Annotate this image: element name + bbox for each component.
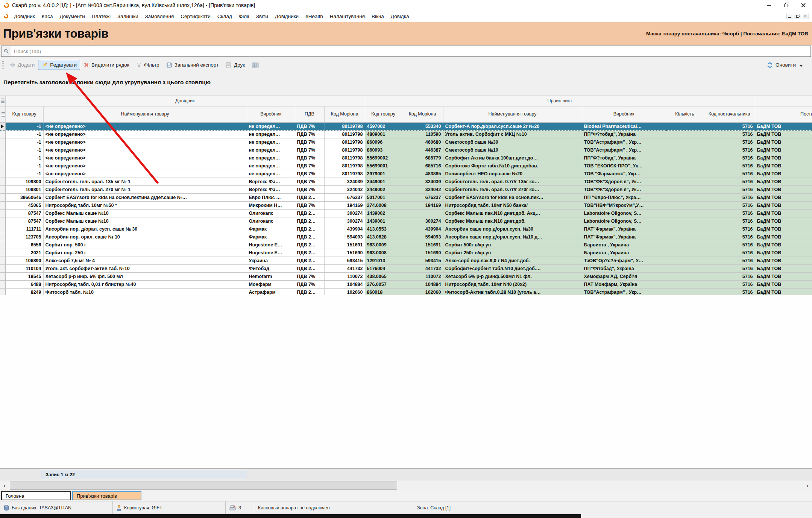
table-cell: 110590 [402,130,443,138]
table-row[interactable]: 111711Апсорбин пор. д/орал. сусп. саше №… [0,225,812,233]
table-row[interactable]: 106890Алко-сорб 7,5 мг № 4УкраинаПДВ 2…5… [0,257,812,264]
table-cell: 110104 [5,264,43,272]
menu-item[interactable]: Каса [38,13,56,20]
menu-item[interactable]: eHealth [302,13,326,20]
menu-item[interactable]: Сертифікати [177,13,214,20]
column-header[interactable]: Постачальник [755,106,812,122]
table-cell: 438.0065 [365,272,402,280]
mdi-close-button[interactable] [802,13,809,19]
table-cell: ПП"Фітобад", Україна [582,264,666,272]
tab-pryviazky-tovariv[interactable]: Прив'язки товарів [72,491,141,500]
table-row[interactable]: 39660646Сорбент EASYsorb for kids на осн… [0,193,812,201]
taskbar-strip [0,514,581,518]
menu-item[interactable]: Довідник [11,13,38,20]
column-header[interactable]: ПДВ [295,106,324,122]
table-cell: 5017001 [365,193,402,201]
table-row[interactable]: -1<не определено>не определ…ПДВ 7%801197… [0,122,812,130]
column-group-header[interactable]: Довідник [5,96,365,106]
columns-button[interactable] [248,61,262,70]
table-cell: 276.0057 [365,280,402,288]
table-cell [666,288,704,295]
menu-item[interactable]: Довідка [387,13,413,20]
column-header[interactable]: Найменування товару [443,106,582,122]
column-header[interactable]: Виробник [582,106,666,122]
table-row[interactable]: -1<не определено>не определ…ПДВ 7%801197… [0,170,812,178]
table-cell: ПДВ 2… [295,225,324,233]
refresh-button[interactable]: Оновити [763,60,806,70]
menu-item[interactable]: Вікна [368,13,387,20]
table-cell: 2979001 [365,170,402,178]
horizontal-scrollbar[interactable]: ‹ › [0,480,812,491]
menu-item[interactable]: Довідники [272,13,302,20]
table-row[interactable]: 123705Апсорбин пор. орал. саше № 10Фарма… [0,233,812,241]
table-cell [666,122,704,130]
table-row[interactable]: 6556Сорбит пор. 500 гHugestone E…ПДВ 2…1… [0,241,812,249]
menu-item[interactable]: Налаштування [326,13,368,20]
table-row[interactable]: 87547Сорбекс Малыш саше №10ОлигокапсПДВ … [0,209,812,217]
column-header[interactable]: Код Моріона [402,106,443,122]
export-button[interactable]: Загальний експорт [163,60,222,70]
table-cell: Апсорбин саше пор.д/орал.сусп. №10 д… [443,233,582,241]
restore-button[interactable] [777,0,795,11]
search-input[interactable] [11,46,810,56]
table-cell: 8249 [5,288,43,295]
menu-item[interactable]: Склад [214,13,235,20]
column-header[interactable]: Найменування товару [43,106,247,122]
table-cell [666,209,704,217]
column-header[interactable]: Виробник [247,106,295,122]
close-button[interactable] [795,0,812,11]
table-row[interactable]: 110104Уголь акт. сорбофит-актив таб. №10… [0,264,812,272]
scrollbar-thumb[interactable] [10,482,397,490]
table-row[interactable]: -1<не определено>не определ…ПДВ 7%801197… [0,154,812,162]
table-cell: 274.0008 [365,201,402,209]
table-row[interactable]: -1<не определено>не определ…ПДВ 7%801197… [0,130,812,138]
column-header[interactable]: Кількість [666,106,704,122]
menu-item[interactable]: Філії [235,13,253,20]
table-cell: 439904 [324,225,365,233]
data-grid: ДовідникПрайс листКод товаруНайменування… [0,96,812,295]
table-row[interactable]: -1<не определено>не определ…ПДВ 7%801197… [0,138,812,146]
print-button[interactable]: Друк [222,60,248,70]
tab-holovna[interactable]: Головна [1,491,71,500]
table-row[interactable]: 45065Нитросорбид табл. 10мг №50 *Микрохи… [0,201,812,209]
column-group-header[interactable] [755,96,812,106]
menu-item[interactable]: Звіти [253,13,272,20]
table-cell: <не определено> [43,162,247,170]
edit-button[interactable]: Редагувати [38,60,80,70]
table-row[interactable]: 19545Хетасорб р-р инф. 6% фл. 500 млHemo… [0,272,812,280]
mdi-restore-button[interactable] [794,13,801,19]
column-header[interactable]: Код постачальника [704,106,755,122]
table-cell: БаДМ ТОВ [755,122,812,130]
column-header[interactable]: Код товару [365,106,402,122]
scroll-left-button[interactable]: ‹ [0,481,9,490]
filter-button[interactable]: Фільтр [133,60,163,70]
menu-item[interactable]: Платежі [88,13,114,20]
table-cell: 151690 [402,249,443,257]
table-row[interactable]: 109800Сорбентогель гель орал. 135 мг № 1… [0,178,812,185]
table-cell: 80119798 [324,130,365,138]
column-group-header[interactable]: Прайс лист [365,96,755,106]
mdi-minimize-button[interactable] [786,13,793,19]
table-row[interactable]: 109801Сорбентогель гель орал. 270 мг № 1… [0,185,812,193]
menu-item[interactable]: Залишки [114,13,141,20]
table-cell: 5716 [704,272,755,280]
table-row[interactable]: -1<не определено>не определ…ПДВ 7%801197… [0,146,812,154]
menu-item[interactable]: Замовлення [141,13,177,20]
column-header[interactable]: Код Моріона [324,106,365,122]
search-row [0,45,812,58]
group-by-panel[interactable]: Перетягніть заголовок колонки сюди для у… [0,72,812,96]
column-header[interactable]: Код товару [5,106,43,122]
table-row[interactable]: -1<не определено>не определ…ПДВ 7%801197… [0,162,812,170]
table-cell: 460680 [402,138,443,146]
scroll-right-button[interactable]: › [803,481,812,490]
menu-item[interactable]: Документи [56,13,88,20]
table-row[interactable]: 87547Сорбекс Малыш саше №10ОлигокапсПДВ … [0,217,812,225]
table-cell: Сорбит пор. 250 г [43,249,247,257]
table-cell: ПДВ 7% [295,272,324,280]
delete-row-button[interactable]: Видалити рядок [80,60,133,70]
table-row[interactable]: 2021Сорбит пор. 250 гHugestone E…ПДВ 2…1… [0,249,812,257]
table-row[interactable]: 6488Нитросорбид табл. 0,01 г блистер №40… [0,280,812,288]
minimize-button[interactable] [760,0,777,11]
table-row[interactable]: 8249Фитосорб табл. №10АстрафармПДВ 2…102… [0,288,812,295]
add-button[interactable]: Додати [6,60,38,70]
